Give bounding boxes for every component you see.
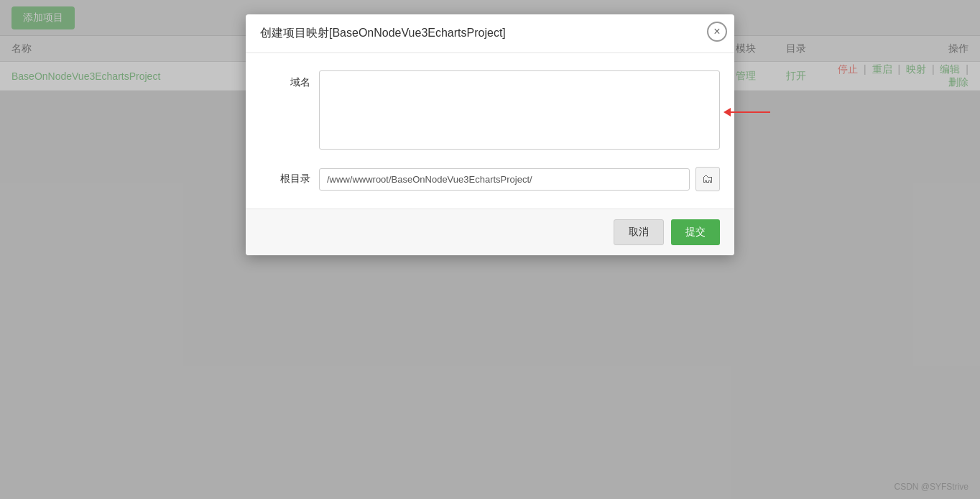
modal-footer: 取消 提交 xyxy=(246,209,734,255)
watermark: CSDN @SYFStrive xyxy=(894,482,969,492)
root-dir-input[interactable] xyxy=(319,168,690,191)
modal: × 创建项目映射[BaseOnNodeVue3EchartsProject] 域… xyxy=(246,14,734,255)
arrow-indicator xyxy=(724,108,770,116)
modal-close-button[interactable]: × xyxy=(707,22,727,42)
folder-browse-button[interactable]: 🗂 xyxy=(695,167,720,191)
arrow-line xyxy=(731,111,770,113)
modal-title: 创建项目映射[BaseOnNodeVue3EchartsProject] xyxy=(246,14,734,53)
modal-body: 域名 每行填写一个域名，默认为80端口 泛解析添加方法 *.domain.com… xyxy=(246,53,734,209)
arrow-head-icon xyxy=(724,108,731,116)
root-dir-control-wrap: 🗂 xyxy=(319,167,720,191)
domain-control-wrap: 每行填写一个域名，默认为80端口 泛解析添加方法 *.domain.com 如另… xyxy=(319,70,720,152)
domain-input[interactable] xyxy=(319,70,720,150)
submit-button[interactable]: 提交 xyxy=(671,219,720,245)
domain-form-row: 域名 每行填写一个域名，默认为80端口 泛解析添加方法 *.domain.com… xyxy=(260,70,720,152)
root-dir-form-row: 根目录 🗂 xyxy=(260,167,720,191)
modal-overlay: × 创建项目映射[BaseOnNodeVue3EchartsProject] 域… xyxy=(0,0,980,499)
cancel-button[interactable]: 取消 xyxy=(614,219,664,245)
root-dir-row: 🗂 xyxy=(319,167,720,191)
domain-label: 域名 xyxy=(260,70,310,89)
root-dir-label: 根目录 xyxy=(260,167,310,186)
folder-icon: 🗂 xyxy=(702,173,713,186)
